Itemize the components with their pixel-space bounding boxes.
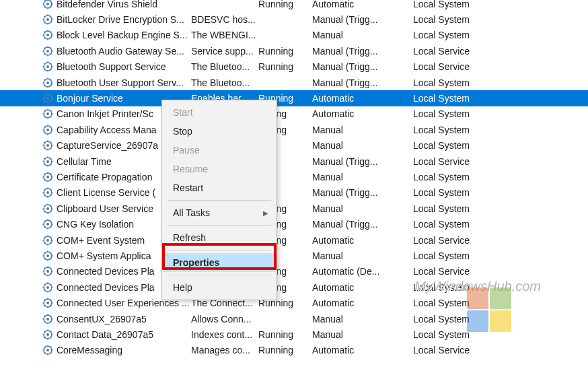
service-row[interactable]: COM+ System ApplicaManualLocal System — [0, 248, 588, 263]
chevron-right-icon: ▶ — [263, 209, 268, 217]
service-logon-as: Local Service — [413, 235, 514, 246]
service-logon-as: Local System — [413, 30, 514, 40]
service-startup-type: Manual (Trigg... — [312, 61, 413, 72]
gear-icon — [42, 313, 54, 325]
service-row[interactable]: Cellular TimeManual (Trigg...Local Servi… — [0, 154, 588, 169]
service-logon-as: Local Service — [413, 61, 514, 72]
service-logon-as: Local System — [413, 0, 514, 9]
service-logon-as: Local System — [413, 219, 514, 230]
menu-item-stop[interactable]: Stop — [163, 122, 275, 141]
service-row[interactable]: Connected Devices PlaunningAutomaticLoca… — [0, 279, 588, 295]
service-description: Allows Conn... — [191, 314, 258, 325]
service-row[interactable]: CaptureService_26907aManualLocal System — [0, 138, 588, 154]
menu-separator — [168, 275, 271, 275]
service-name: Contact Data_26907a5 — [57, 329, 191, 340]
service-description: Service supp... — [191, 46, 258, 57]
service-row[interactable]: COM+ Event SystemunningAutomaticLocal Se… — [0, 232, 588, 248]
service-startup-type: Manual (Trigg... — [312, 46, 413, 57]
service-row[interactable]: CoreMessagingManages co...RunningAutomat… — [0, 343, 588, 358]
svg-point-101 — [46, 160, 49, 163]
service-row[interactable]: CNG Key IsolationunningManual (Trigg...L… — [0, 216, 588, 232]
service-description: Indexes cont... — [191, 329, 258, 340]
service-row[interactable]: Client License Service (Manual (Trigg...… — [0, 185, 588, 201]
service-logon-as: Local System — [413, 187, 514, 198]
menu-separator — [168, 200, 271, 201]
service-startup-type: Manual — [312, 140, 413, 151]
gear-icon — [42, 218, 54, 230]
service-status: Running — [258, 46, 312, 57]
service-name: Bluetooth Support Service — [57, 61, 191, 72]
service-row[interactable]: ConsentUX_26907a5Allows Conn...ManualLoc… — [0, 311, 588, 327]
service-row[interactable]: Capability Access ManaunningManualLocal … — [0, 122, 588, 137]
service-row[interactable]: Bonjour ServiceEnables har...RunningAuto… — [0, 90, 588, 106]
service-row[interactable]: Bluetooth Support ServiceThe Bluetoo...R… — [0, 59, 588, 75]
service-name: CoreMessaging — [57, 345, 191, 355]
service-startup-type: Automatic — [312, 345, 413, 355]
svg-point-121 — [46, 191, 49, 194]
svg-point-171 — [46, 270, 49, 273]
service-logon-as: Local Service — [413, 156, 514, 167]
service-logon-as: Local System — [413, 203, 514, 214]
svg-point-151 — [46, 239, 49, 242]
service-status: Running — [258, 0, 312, 9]
menu-item-restart[interactable]: Restart — [163, 178, 275, 197]
gear-icon — [42, 265, 54, 277]
svg-point-81 — [46, 129, 49, 131]
services-list[interactable]: Bitdefender Virus ShieldRunningAutomatic… — [0, 0, 588, 358]
service-logon-as: Local System — [413, 125, 514, 135]
gear-icon — [42, 0, 54, 10]
service-logon-as: Local Service — [413, 266, 514, 277]
service-startup-type: Automatic (De... — [312, 266, 413, 277]
service-row[interactable]: Canon Inkjet Printer/ScunningAutomaticLo… — [0, 106, 588, 122]
service-startup-type: Manual — [312, 329, 413, 340]
service-row[interactable]: Block Level Backup Engine S...The WBENGI… — [0, 28, 588, 43]
service-startup-type: Manual (Trigg... — [312, 77, 413, 88]
menu-item-all-tasks[interactable]: All Tasks▶ — [163, 203, 275, 222]
service-logon-as: Local System — [413, 250, 514, 261]
menu-separator — [168, 225, 271, 226]
svg-point-21 — [46, 34, 49, 36]
gear-icon — [42, 297, 54, 309]
service-row[interactable]: Bluetooth Audio Gateway Se...Service sup… — [0, 43, 588, 59]
menu-item-properties[interactable]: Properties — [163, 253, 275, 272]
gear-icon — [42, 156, 54, 168]
service-startup-type: Manual — [312, 125, 413, 135]
service-row[interactable]: Bitdefender Virus ShieldRunningAutomatic… — [0, 0, 588, 11]
gear-icon — [42, 61, 54, 73]
svg-point-211 — [46, 333, 49, 336]
service-row[interactable]: Bluetooth User Support Serv...The Blueto… — [0, 75, 588, 90]
service-description: Manages co... — [191, 345, 258, 355]
service-name: ConsentUX_26907a5 — [57, 314, 191, 325]
svg-point-11 — [46, 18, 49, 21]
gear-icon — [42, 124, 54, 136]
service-status: Running — [258, 345, 312, 355]
svg-point-41 — [46, 65, 49, 68]
gear-icon — [42, 281, 54, 294]
service-row[interactable]: BitLocker Drive Encryption S...BDESVC ho… — [0, 11, 588, 27]
service-row[interactable]: Clipboard User ServiceunningManualLocal … — [0, 201, 588, 216]
context-menu: StartStopPauseResumeRestartAll Tasks▶Ref… — [161, 100, 277, 300]
menu-item-help[interactable]: Help — [163, 278, 275, 297]
service-startup-type: Manual — [312, 30, 413, 40]
service-startup-type: Manual (Trigg... — [312, 14, 413, 25]
service-name: Block Level Backup Engine S... — [57, 30, 191, 40]
gear-icon — [42, 344, 54, 356]
svg-point-51 — [46, 81, 49, 84]
gear-icon — [42, 13, 54, 26]
service-logon-as: Local System — [413, 140, 514, 151]
service-logon-as: Local System — [413, 298, 514, 308]
svg-point-191 — [46, 302, 49, 304]
gear-icon — [42, 250, 54, 262]
svg-point-1 — [46, 3, 49, 5]
menu-separator — [168, 250, 271, 250]
menu-item-refresh[interactable]: Refresh — [163, 228, 275, 247]
svg-point-61 — [46, 97, 49, 100]
service-startup-type: Automatic — [312, 108, 413, 119]
service-row[interactable]: Connected User Experiences ...The Connec… — [0, 295, 588, 310]
service-row[interactable]: Contact Data_26907a5Indexes cont...Runni… — [0, 327, 588, 342]
service-name: Bitdefender Virus Shield — [57, 0, 191, 9]
service-row[interactable]: Certificate PropagationManualLocal Syste… — [0, 169, 588, 184]
service-row[interactable]: Connected Devices PlaunningAutomatic (De… — [0, 264, 588, 279]
service-logon-as: Local System — [413, 14, 514, 25]
service-logon-as: Local System — [413, 172, 514, 182]
